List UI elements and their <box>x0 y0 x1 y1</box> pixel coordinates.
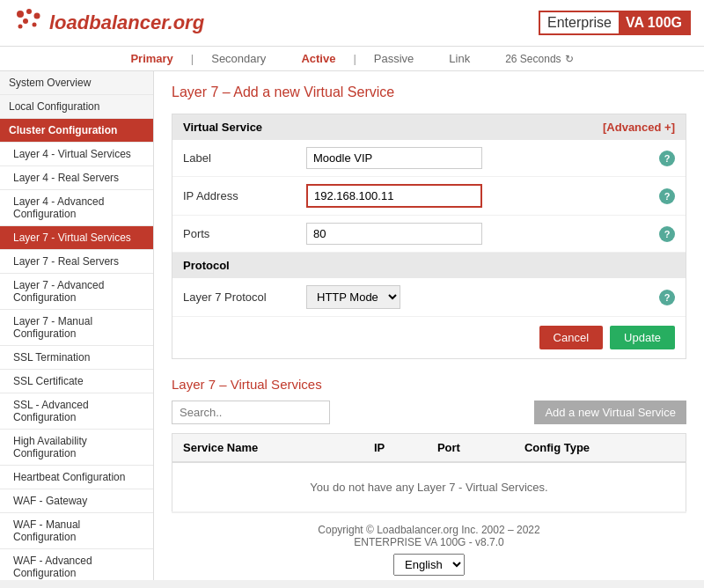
va-label: VA 100G <box>619 12 689 33</box>
ip-field-label: IP Address <box>183 189 306 202</box>
ip-address-row: IP Address ? <box>172 177 686 216</box>
enterprise-label: Enterprise <box>540 12 619 33</box>
logo-text: loadbalancer.org <box>49 11 204 34</box>
main-content: Layer 7 – Add a new Virtual Service Virt… <box>154 71 704 580</box>
label-field-label: Label <box>183 151 306 165</box>
sidebar-item-local-config[interactable]: Local Configuration <box>0 95 153 119</box>
table-body: You do not have any Layer 7 - Virtual Se… <box>172 462 686 512</box>
virtual-service-header-label: Virtual Service <box>183 121 262 134</box>
ip-help-icon[interactable]: ? <box>659 188 675 204</box>
label-row: Label ? <box>172 140 686 177</box>
empty-message: You do not have any Layer 7 - Virtual Se… <box>172 462 686 512</box>
svg-point-4 <box>33 23 37 27</box>
ip-input[interactable] <box>306 184 482 208</box>
footer-copyright: Copyright © Loadbalancer.org Inc. 2002 –… <box>182 524 676 536</box>
refresh-icon[interactable]: ↻ <box>565 53 574 65</box>
header: loadbalancer.org Enterprise VA 100G <box>0 0 704 47</box>
sidebar-item-ssl-termination[interactable]: SSL Termination <box>0 346 153 370</box>
add-virtual-service-button[interactable]: Add a new Virtual Service <box>534 401 686 424</box>
svg-point-0 <box>17 11 24 18</box>
sidebar-item-waf-manual-config[interactable]: WAF - Manual Configuration <box>0 513 153 549</box>
timer-text: 26 Seconds <box>505 53 561 65</box>
svg-point-2 <box>34 13 40 19</box>
sidebar-item-ssl-advanced-config[interactable]: SSL - Advanced Configuration <box>0 393 153 430</box>
navbar: Primary | Secondary Active | Passive Lin… <box>0 47 704 71</box>
col-port: Port <box>427 434 514 463</box>
sidebar: System Overview Local Configuration Clus… <box>0 71 154 580</box>
l7-protocol-select-wrapper: HTTP Mode TCP Mode <box>306 285 659 309</box>
advanced-link[interactable]: [Advanced +] <box>603 121 675 134</box>
footer-language-wrapper: English <box>182 548 676 576</box>
form-buttons: Cancel Update <box>172 317 686 358</box>
nav-timer: 26 Seconds ↻ <box>505 53 573 65</box>
sidebar-item-l4-virtual-services[interactable]: Layer 4 - Virtual Services <box>0 143 153 166</box>
col-service-name: Service Name <box>172 434 364 463</box>
svg-point-5 <box>18 25 23 29</box>
protocol-section-header: Protocol <box>172 253 686 278</box>
sidebar-item-ssl-certificate[interactable]: SSL Certificate <box>0 370 153 393</box>
l7-protocol-row: Layer 7 Protocol HTTP Mode TCP Mode ? <box>172 278 686 317</box>
svg-point-3 <box>23 18 28 24</box>
footer: Copyright © Loadbalancer.org Inc. 2002 –… <box>172 512 686 580</box>
label-input[interactable] <box>306 147 482 169</box>
protocol-header-label: Protocol <box>183 259 230 272</box>
sidebar-item-cluster-config[interactable]: Cluster Configuration <box>0 119 153 143</box>
cancel-button[interactable]: Cancel <box>539 326 603 349</box>
nav-secondary[interactable]: Secondary <box>211 52 266 65</box>
l7-protocol-help-icon[interactable]: ? <box>659 290 675 305</box>
ip-input-wrapper <box>306 184 659 208</box>
ports-field-label: Ports <box>183 227 306 240</box>
nav-sep2: | <box>353 52 356 65</box>
nav-passive[interactable]: Passive <box>374 52 414 65</box>
ports-help-icon[interactable]: ? <box>659 226 675 242</box>
l7-protocol-label: Layer 7 Protocol <box>183 290 306 304</box>
nav-sep1: | <box>191 52 194 65</box>
sidebar-item-system-overview[interactable]: System Overview <box>0 71 153 95</box>
col-config-type: Config Type <box>514 434 686 463</box>
search-input[interactable] <box>172 401 330 424</box>
logo-suffix: .org <box>168 11 205 33</box>
table-header: Service Name IP Port Config Type <box>172 434 686 463</box>
sidebar-item-l4-advanced-config[interactable]: Layer 4 - Advanced Configuration <box>0 190 153 226</box>
ports-row: Ports ? <box>172 216 686 253</box>
nav-link[interactable]: Link <box>449 52 470 65</box>
ports-input[interactable] <box>306 223 482 245</box>
sidebar-item-l7-real-servers[interactable]: Layer 7 - Real Servers <box>0 250 153 274</box>
col-ip: IP <box>363 434 427 463</box>
add-virtual-service-card: Virtual Service [Advanced +] Label ? IP … <box>172 114 686 359</box>
page-title: Layer 7 – Add a new Virtual Service <box>172 85 686 100</box>
sidebar-item-waf-gateway[interactable]: WAF - Gateway <box>0 489 153 513</box>
l7-protocol-select[interactable]: HTTP Mode TCP Mode <box>306 285 400 309</box>
nav-active[interactable]: Active <box>301 52 335 65</box>
sidebar-item-l4-real-servers[interactable]: Layer 4 - Real Servers <box>0 166 153 190</box>
virtual-service-section-header: Virtual Service [Advanced +] <box>172 114 686 140</box>
logo-name: loadbalancer <box>49 11 168 33</box>
ports-input-wrapper <box>306 223 659 245</box>
logo: loadbalancer.org <box>13 7 204 39</box>
virtual-services-table: Service Name IP Port Config Type You do … <box>172 433 686 512</box>
label-help-icon[interactable]: ? <box>659 151 675 166</box>
enterprise-badge: Enterprise VA 100G <box>539 11 691 35</box>
logo-icon <box>13 7 45 39</box>
svg-point-1 <box>26 9 32 14</box>
table-header-row: Service Name IP Port Config Type <box>172 434 686 463</box>
sidebar-item-l7-advanced-config[interactable]: Layer 7 - Advanced Configuration <box>0 274 153 310</box>
table-empty-row: You do not have any Layer 7 - Virtual Se… <box>172 462 686 512</box>
nav-primary[interactable]: Primary <box>130 52 172 65</box>
sidebar-item-waf-advanced-config[interactable]: WAF - Advanced Configuration <box>0 549 153 580</box>
sidebar-item-l7-manual-config[interactable]: Layer 7 - Manual Configuration <box>0 310 153 346</box>
sidebar-item-l7-virtual-services[interactable]: Layer 7 - Virtual Services <box>0 226 153 250</box>
layout: System Overview Local Configuration Clus… <box>0 71 704 580</box>
search-row: Add a new Virtual Service <box>172 401 686 424</box>
footer-version: ENTERPRISE VA 100G - v8.7.0 <box>182 536 676 548</box>
list-section-title: Layer 7 – Virtual Services <box>172 377 686 392</box>
language-select[interactable]: English <box>393 554 465 576</box>
label-input-wrapper <box>306 147 659 169</box>
sidebar-item-ha-config[interactable]: High Availability Configuration <box>0 430 153 466</box>
sidebar-item-heartbeat-config[interactable]: Heartbeat Configuration <box>0 466 153 489</box>
update-button[interactable]: Update <box>610 326 675 349</box>
